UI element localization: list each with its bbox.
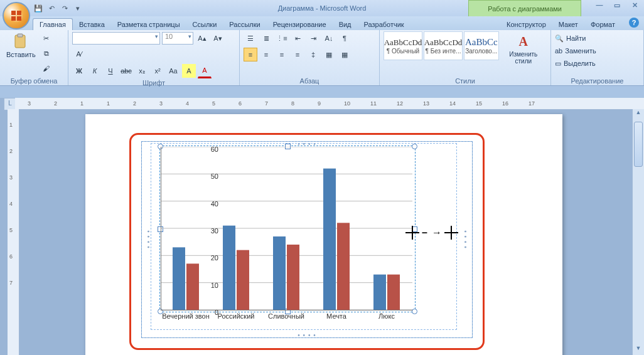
style-normal[interactable]: AaBbCcDd¶ Обычный bbox=[384, 31, 422, 60]
tab-mailings[interactable]: Рассылки bbox=[223, 19, 266, 30]
ruler-h-number: 10 bbox=[344, 100, 350, 107]
ruler-h-number: 4 bbox=[186, 100, 189, 107]
svg-rect-13 bbox=[237, 250, 249, 310]
strike-button[interactable]: abc bbox=[119, 64, 133, 78]
tab-review[interactable]: Рецензирование bbox=[267, 19, 333, 30]
replace-icon: ab bbox=[555, 47, 562, 55]
paste-button[interactable]: Вставить bbox=[4, 31, 38, 75]
ruler-v-number: 6 bbox=[9, 253, 13, 260]
font-color-button[interactable]: A bbox=[198, 63, 212, 78]
bold-button[interactable]: Ж bbox=[72, 64, 86, 78]
chart-y-tick: 30 bbox=[202, 227, 218, 235]
shading-icon[interactable]: ▦ bbox=[322, 48, 336, 61]
font-family-combo[interactable] bbox=[72, 32, 160, 45]
ruler-h-number: 7 bbox=[265, 100, 268, 107]
ruler-h-number: 1 bbox=[107, 100, 110, 107]
subscript-button[interactable]: x₂ bbox=[135, 64, 149, 78]
help-icon[interactable]: ? bbox=[629, 18, 639, 28]
highlight-button[interactable]: A bbox=[182, 64, 196, 78]
line-spacing-icon[interactable]: ‡ bbox=[306, 48, 320, 61]
select-button[interactable]: ▭Выделить bbox=[555, 58, 640, 69]
replace-button[interactable]: abЗаменить bbox=[555, 45, 640, 56]
qat-more-icon[interactable]: ▾ bbox=[72, 3, 83, 14]
indent-dec-icon[interactable]: ⇤ bbox=[291, 31, 304, 45]
tab-developer[interactable]: Разработчик bbox=[358, 19, 411, 30]
ruler-h-number: 13 bbox=[423, 100, 429, 107]
tab-insert[interactable]: Вставка bbox=[73, 19, 111, 30]
bullets-icon[interactable]: ☰ bbox=[244, 31, 257, 45]
borders-icon[interactable]: ▦ bbox=[338, 48, 352, 61]
scroll-up-icon[interactable]: ▲ bbox=[633, 109, 644, 119]
font-size-combo[interactable]: 10 bbox=[162, 32, 193, 45]
group-editing-label: Редактирование bbox=[555, 77, 640, 85]
redo-icon[interactable]: ↷ bbox=[59, 3, 70, 14]
chart-handle-dots[interactable]: • • • • bbox=[462, 230, 469, 248]
format-painter-icon[interactable]: 🖌 bbox=[40, 61, 53, 75]
cut-icon[interactable]: ✂ bbox=[40, 31, 53, 45]
style-heading[interactable]: AaBbCcЗаголово... bbox=[464, 31, 499, 60]
maximize-button[interactable]: ▭ bbox=[611, 1, 623, 9]
ruler-h-number: 8 bbox=[291, 100, 294, 107]
chart-handle-dots[interactable]: • • • • bbox=[298, 332, 316, 339]
minimize-button[interactable]: — bbox=[594, 1, 605, 9]
align-center-icon[interactable]: ≡ bbox=[259, 48, 273, 61]
chart-svg bbox=[161, 147, 412, 310]
undo-icon[interactable]: ↶ bbox=[46, 3, 57, 14]
tab-page-layout[interactable]: Разметка страницы bbox=[111, 19, 186, 30]
tab-chart-layout[interactable]: Макет bbox=[552, 19, 584, 30]
find-button[interactable]: 🔍Найти bbox=[555, 33, 640, 44]
change-styles-button[interactable]: A Изменить стили bbox=[500, 31, 547, 66]
close-button[interactable]: ✕ bbox=[629, 1, 640, 9]
tab-chart-design[interactable]: Конструктор bbox=[500, 19, 552, 30]
ruler-h-number: 3 bbox=[28, 100, 31, 107]
tab-references[interactable]: Ссылки bbox=[186, 19, 223, 30]
tab-home[interactable]: Главная bbox=[33, 18, 73, 30]
shrink-font-icon[interactable]: A▾ bbox=[211, 31, 225, 45]
svg-rect-18 bbox=[373, 275, 386, 310]
align-right-icon[interactable]: ≡ bbox=[275, 48, 289, 61]
grow-font-icon[interactable]: A▴ bbox=[195, 31, 209, 45]
change-case-button[interactable]: Aa bbox=[166, 64, 180, 78]
ruler-v-number: 1 bbox=[9, 122, 13, 128]
superscript-button[interactable]: x² bbox=[151, 64, 164, 78]
group-styles-label: Стили bbox=[384, 77, 547, 85]
chart-y-tick: 60 bbox=[202, 146, 218, 153]
underline-button[interactable]: Ч bbox=[104, 64, 117, 78]
sort-icon[interactable]: A↓ bbox=[322, 31, 336, 45]
ruler-corner[interactable]: L bbox=[4, 98, 16, 110]
find-icon: 🔍 bbox=[555, 34, 564, 43]
select-icon: ▭ bbox=[555, 60, 561, 68]
tab-chart-format[interactable]: Формат bbox=[584, 19, 621, 30]
clear-format-icon[interactable]: A⁄ bbox=[72, 47, 86, 61]
ruler-h-number: 1 bbox=[80, 100, 83, 107]
show-marks-icon[interactable]: ¶ bbox=[338, 31, 352, 45]
save-icon[interactable]: 💾 bbox=[33, 3, 44, 14]
document-page: • • • • • • • • • • • • • • • • bbox=[85, 114, 562, 355]
chart-y-tick: 50 bbox=[202, 172, 218, 180]
chart-object[interactable]: • • • • • • • • • • • • • • • • bbox=[141, 141, 473, 338]
chart-plot-area[interactable] bbox=[161, 147, 412, 310]
ruler-h-number: 17 bbox=[529, 100, 535, 107]
italic-button[interactable]: К bbox=[88, 64, 102, 78]
scroll-down-icon[interactable]: ▼ bbox=[633, 345, 644, 355]
style-no-spacing[interactable]: AaBbCcDd¶ Без инте... bbox=[424, 31, 463, 60]
indent-inc-icon[interactable]: ⇥ bbox=[306, 31, 320, 45]
chart-x-category: Сливочный bbox=[261, 312, 311, 320]
multilevel-icon[interactable]: ⋮≡ bbox=[275, 31, 289, 45]
svg-rect-11 bbox=[186, 263, 199, 310]
office-button[interactable] bbox=[3, 2, 30, 29]
scrollbar-thumb[interactable] bbox=[634, 122, 643, 167]
svg-rect-10 bbox=[173, 247, 185, 310]
vertical-scrollbar[interactable]: ▲ ▼ bbox=[632, 109, 644, 355]
vertical-ruler[interactable]: 1234567 bbox=[8, 109, 19, 355]
quick-access-toolbar: 💾 ↶ ↷ ▾ bbox=[33, 3, 83, 14]
chart-x-category: Российский bbox=[211, 312, 261, 320]
numbering-icon[interactable]: ≣ bbox=[259, 31, 273, 45]
justify-icon[interactable]: ≡ bbox=[291, 48, 304, 61]
copy-icon[interactable]: ⧉ bbox=[40, 46, 53, 60]
align-left-icon[interactable]: ≡ bbox=[244, 48, 257, 61]
crosshair-right bbox=[444, 226, 458, 240]
tab-view[interactable]: Вид bbox=[333, 19, 358, 30]
horizontal-ruler[interactable]: 3211234567891011121314151617 bbox=[15, 98, 644, 110]
ruler-h-number: 9 bbox=[318, 100, 321, 107]
